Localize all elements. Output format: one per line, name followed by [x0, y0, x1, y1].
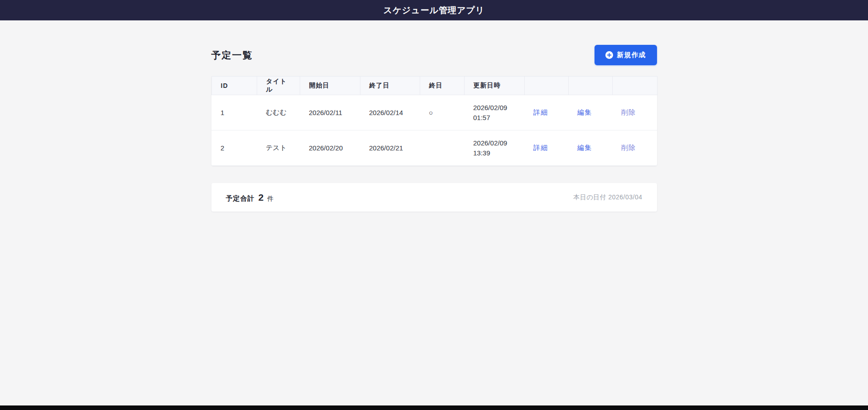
cell-id: 1	[211, 95, 257, 130]
column-header-empty-1	[524, 77, 568, 95]
cell-end-date: 2026/02/21	[360, 130, 420, 166]
cell-title: むむむ	[257, 95, 300, 130]
cell-start-date: 2026/02/20	[300, 130, 360, 166]
updated-date: 2026/02/09	[473, 138, 515, 148]
updated-date: 2026/02/09	[473, 103, 515, 113]
delete-link[interactable]: 削除	[621, 144, 636, 151]
summary-card: 予定合計 2 件 本日の日付 2026/03/04	[211, 183, 657, 212]
plus-circle-icon	[605, 51, 613, 59]
all-day-mark: ○	[429, 109, 433, 116]
summary-label: 予定合計	[226, 194, 255, 203]
column-header-empty-3	[612, 77, 657, 95]
cell-all-day: ○	[420, 95, 464, 130]
updated-time: 13:39	[473, 148, 515, 158]
summary-total: 予定合計 2 件	[226, 192, 274, 203]
cell-title: テスト	[257, 130, 300, 166]
table-row: 1 むむむ 2026/02/11 2026/02/14 ○ 2026/02/09…	[211, 95, 657, 130]
detail-link[interactable]: 詳細	[533, 144, 548, 151]
summary-unit: 件	[267, 195, 273, 203]
cell-start-date: 2026/02/11	[300, 95, 360, 130]
detail-link[interactable]: 詳細	[533, 108, 548, 116]
cell-id: 2	[211, 130, 257, 166]
page-top-bar: 予定一覧 新規作成	[211, 45, 657, 65]
summary-count: 2	[259, 192, 264, 203]
edit-link[interactable]: 編集	[577, 108, 592, 116]
delete-link[interactable]: 削除	[621, 108, 636, 116]
today-date-text: 本日の日付 2026/03/04	[573, 193, 642, 202]
cell-end-date: 2026/02/14	[360, 95, 420, 130]
updated-time: 01:57	[473, 113, 515, 123]
cell-updated-at: 2026/02/09 01:57	[464, 95, 524, 130]
schedule-table-card: ID タイトル 開始日 終了日 終日 更新日時 1 むむむ 2026/02/11…	[211, 76, 657, 166]
app-title: スケジュール管理アプリ	[384, 5, 485, 16]
column-header-end-date: 終了日	[360, 77, 420, 95]
bottom-edge-bar	[0, 405, 868, 410]
column-header-id: ID	[211, 77, 257, 95]
app-header: スケジュール管理アプリ	[0, 0, 868, 20]
main-content: 予定一覧 新規作成	[211, 20, 657, 212]
column-header-title: タイトル	[257, 77, 300, 95]
create-new-button-label: 新規作成	[617, 51, 646, 59]
column-header-updated-at: 更新日時	[464, 77, 524, 95]
column-header-all-day: 終日	[420, 77, 464, 95]
schedule-table: ID タイトル 開始日 終了日 終日 更新日時 1 むむむ 2026/02/11…	[211, 76, 657, 166]
table-row: 2 テスト 2026/02/20 2026/02/21 2026/02/09 1…	[211, 130, 657, 166]
cell-all-day	[420, 130, 464, 166]
create-new-button[interactable]: 新規作成	[595, 45, 657, 65]
column-header-empty-2	[568, 77, 612, 95]
edit-link[interactable]: 編集	[577, 144, 592, 151]
cell-updated-at: 2026/02/09 13:39	[464, 130, 524, 166]
page-title: 予定一覧	[211, 49, 253, 62]
table-header-row: ID タイトル 開始日 終了日 終日 更新日時	[211, 77, 657, 95]
column-header-start-date: 開始日	[300, 77, 360, 95]
